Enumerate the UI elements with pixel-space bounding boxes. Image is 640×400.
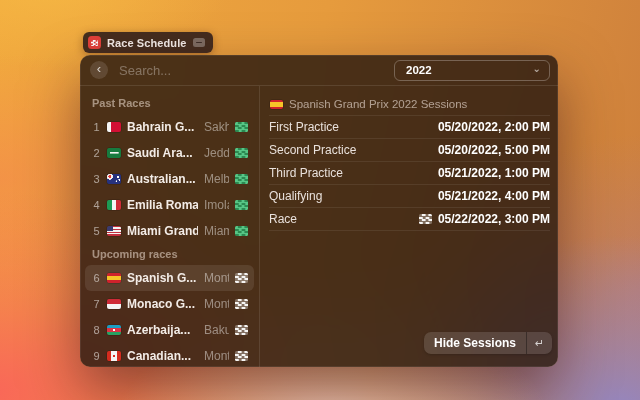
- checkered-flag-icon: [235, 325, 248, 335]
- sessions-panel: Spanish Grand Prix 2022 Sessions First P…: [260, 86, 558, 367]
- race-list: Past Races 1 Bahrain G... Sakhir, Bahr..…: [80, 86, 260, 367]
- race-title: Bahrain G...: [127, 120, 198, 134]
- race-list-item[interactable]: 7 Monaco G... Monte-Carl...: [85, 291, 254, 317]
- checkered-flag-icon: [235, 148, 248, 158]
- race-title: Canadian...: [127, 349, 198, 363]
- race-list-item[interactable]: 9 Canadian... Montreal, C...: [85, 343, 254, 367]
- session-value: 05/20/2022, 2:00 PM: [438, 120, 550, 134]
- session-row[interactable]: First Practice 05/20/2022, 2:00 PM: [269, 116, 550, 139]
- session-datetime: 05/22/2022, 3:00 PM: [438, 212, 550, 226]
- year-dropdown-value: 2022: [406, 64, 432, 76]
- race-number: 4: [92, 199, 101, 211]
- session-label: Qualifying: [269, 189, 322, 203]
- search-bar: ‹ 2022 ⌄: [80, 55, 558, 86]
- session-value: 05/21/2022, 4:00 PM: [438, 189, 550, 203]
- race-title: Saudi Ara...: [127, 146, 198, 160]
- race-list-item[interactable]: 6 Spanish G... Montmeló,...: [85, 265, 254, 291]
- hide-sessions-label: Hide Sessions: [424, 332, 526, 354]
- race-list-item[interactable]: 4 Emilia Roma... Imola, Italy: [85, 192, 254, 218]
- section-header: Upcoming races: [85, 244, 254, 265]
- app-window: ‹ 2022 ⌄ Past Races 1 Bahrain G... Sakhi…: [80, 55, 558, 367]
- session-datetime: 05/21/2022, 4:00 PM: [438, 189, 550, 203]
- hide-sessions-button[interactable]: Hide Sessions ↵: [424, 332, 552, 354]
- sessions-panel-header: Spanish Grand Prix 2022 Sessions: [269, 93, 550, 115]
- flag-es-icon: [270, 100, 283, 109]
- checkered-flag-icon: [235, 200, 248, 210]
- checkered-flag-icon: [235, 122, 248, 132]
- flag-us-icon: [107, 226, 121, 236]
- flag-au-icon: [107, 174, 121, 184]
- race-number: 1: [92, 121, 101, 133]
- session-value: 05/22/2022, 3:00 PM: [419, 212, 550, 226]
- flag-es-icon: [107, 273, 121, 283]
- race-location: Sakhir, Bahr...: [204, 120, 229, 134]
- race-title: Azerbaija...: [127, 323, 198, 337]
- flag-mc-icon: [107, 299, 121, 309]
- back-button[interactable]: ‹: [90, 61, 108, 79]
- race-location: Montmeló,...: [204, 271, 229, 285]
- session-value: 05/21/2022, 1:00 PM: [438, 166, 550, 180]
- flag-az-icon: [107, 325, 121, 335]
- race-location: Monte-Carl...: [204, 297, 229, 311]
- race-title: Australian...: [127, 172, 198, 186]
- session-value: 05/20/2022, 5:00 PM: [438, 143, 550, 157]
- race-title: Monaco G...: [127, 297, 198, 311]
- checkered-flag-icon: [419, 214, 432, 224]
- race-location: Baku, Azerb...: [204, 323, 229, 337]
- window-title-badge[interactable]: Race Schedule: [83, 32, 213, 53]
- race-number: 8: [92, 324, 101, 336]
- race-list-item[interactable]: 3 Australian... Melbourne,...: [85, 166, 254, 192]
- sessions-list: First Practice 05/20/2022, 2:00 PM Secon…: [269, 115, 550, 231]
- flag-bh-icon: [107, 122, 121, 132]
- chevron-down-icon: ⌄: [533, 64, 541, 74]
- race-list-item[interactable]: 5 Miami Grand... Miami, USA: [85, 218, 254, 244]
- race-title: Miami Grand...: [127, 224, 198, 238]
- checkered-flag-icon: [235, 174, 248, 184]
- year-dropdown[interactable]: 2022 ⌄: [394, 60, 550, 81]
- race-list-item[interactable]: 8 Azerbaija... Baku, Azerb...: [85, 317, 254, 343]
- action-bar: Hide Sessions ↵: [424, 332, 552, 354]
- race-title: Emilia Roma...: [127, 198, 198, 212]
- race-number: 7: [92, 298, 101, 310]
- race-location: Montreal, C...: [204, 349, 229, 363]
- session-label: Second Practice: [269, 143, 356, 157]
- checkered-flag-icon: [235, 226, 248, 236]
- session-datetime: 05/20/2022, 5:00 PM: [438, 143, 550, 157]
- session-datetime: 05/21/2022, 1:00 PM: [438, 166, 550, 180]
- window-title: Race Schedule: [107, 37, 187, 49]
- race-number: 2: [92, 147, 101, 159]
- flag-ca-icon: [107, 351, 121, 361]
- lock-icon: [193, 38, 205, 47]
- race-number: 6: [92, 272, 101, 284]
- checkered-flag-icon: [235, 299, 248, 309]
- session-label: Race: [269, 212, 297, 226]
- race-location: Imola, Italy: [204, 198, 229, 212]
- race-list-item[interactable]: 1 Bahrain G... Sakhir, Bahr...: [85, 114, 254, 140]
- race-number: 5: [92, 225, 101, 237]
- race-location: Melbourne,...: [204, 172, 229, 186]
- session-label: First Practice: [269, 120, 339, 134]
- race-list-item[interactable]: 2 Saudi Ara... Jeddah, Sa...: [85, 140, 254, 166]
- race-title: Spanish G...: [127, 271, 198, 285]
- sessions-panel-title: Spanish Grand Prix 2022 Sessions: [289, 98, 467, 110]
- session-datetime: 05/20/2022, 2:00 PM: [438, 120, 550, 134]
- checkered-flag-icon: [235, 351, 248, 361]
- flag-sa-icon: [107, 148, 121, 158]
- search-input[interactable]: [117, 62, 385, 79]
- race-number: 3: [92, 173, 101, 185]
- session-row[interactable]: Qualifying 05/21/2022, 4:00 PM: [269, 185, 550, 208]
- app-icon: [88, 36, 101, 49]
- flag-it-icon: [107, 200, 121, 210]
- session-row[interactable]: Race 05/22/2022, 3:00 PM: [269, 208, 550, 231]
- race-location: Miami, USA: [204, 224, 229, 238]
- return-key-icon: ↵: [526, 332, 552, 354]
- session-label: Third Practice: [269, 166, 343, 180]
- race-location: Jeddah, Sa...: [204, 146, 229, 160]
- checkered-flag-icon: [235, 273, 248, 283]
- session-row[interactable]: Second Practice 05/20/2022, 5:00 PM: [269, 139, 550, 162]
- section-header: Past Races: [85, 93, 254, 114]
- desktop-background: Race Schedule ‹ 2022 ⌄ Past Races 1 Bahr…: [0, 0, 640, 400]
- session-row[interactable]: Third Practice 05/21/2022, 1:00 PM: [269, 162, 550, 185]
- race-number: 9: [92, 350, 101, 362]
